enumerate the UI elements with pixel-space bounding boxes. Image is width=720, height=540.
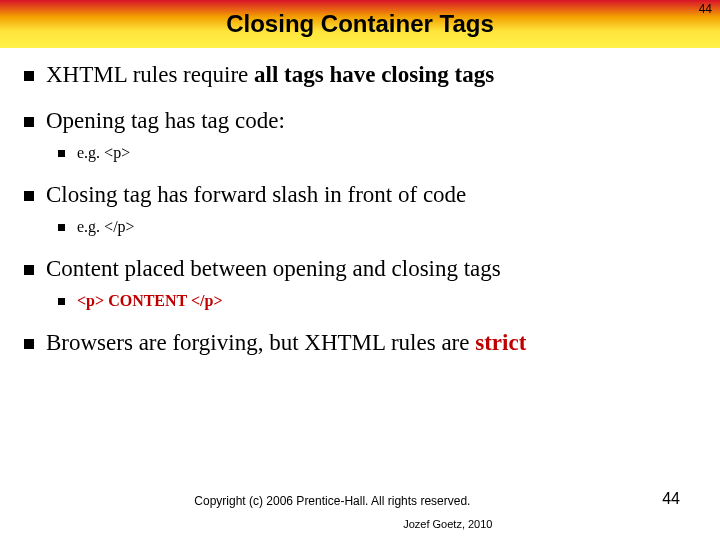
bullet-text: Browsers are forgiving, but XHTML rules … bbox=[46, 330, 526, 355]
sub-bullet-text: e.g. </p> bbox=[77, 218, 135, 235]
list-item: e.g. <p> bbox=[58, 144, 696, 162]
sub-bullet-list: e.g. <p> bbox=[58, 144, 696, 162]
square-bullet-icon bbox=[58, 298, 65, 305]
square-bullet-icon bbox=[24, 339, 34, 349]
list-item: <p> CONTENT </p> bbox=[58, 292, 696, 310]
square-bullet-icon bbox=[24, 265, 34, 275]
bullet-text: Content placed between opening and closi… bbox=[46, 256, 501, 281]
page-number-top: 44 bbox=[699, 2, 712, 16]
square-bullet-icon bbox=[24, 117, 34, 127]
page-number-bottom: 44 bbox=[662, 490, 680, 508]
list-item: Content placed between opening and closi… bbox=[24, 256, 696, 310]
emphasized-text: all tags have closing tags bbox=[254, 62, 494, 87]
list-item: Browsers are forgiving, but XHTML rules … bbox=[24, 330, 696, 356]
bullet-text: Closing tag has forward slash in front o… bbox=[46, 182, 466, 207]
sub-bullet-list: <p> CONTENT </p> bbox=[58, 292, 696, 310]
square-bullet-icon bbox=[58, 150, 65, 157]
square-bullet-icon bbox=[58, 224, 65, 231]
author-text: Jozef Goetz, 2010 bbox=[403, 518, 492, 530]
copyright-text: Copyright (c) 2006 Prentice-Hall. All ri… bbox=[194, 494, 470, 508]
sub-bullet-text-highlight: <p> CONTENT </p> bbox=[77, 292, 223, 309]
bullet-text: XHTML rules require all tags have closin… bbox=[46, 62, 494, 87]
list-item: Closing tag has forward slash in front o… bbox=[24, 182, 696, 236]
sub-bullet-list: e.g. </p> bbox=[58, 218, 696, 236]
sub-bullet-text: e.g. <p> bbox=[77, 144, 130, 161]
list-item: XHTML rules require all tags have closin… bbox=[24, 62, 696, 88]
list-item: e.g. </p> bbox=[58, 218, 696, 236]
bullet-list: XHTML rules require all tags have closin… bbox=[24, 62, 696, 356]
list-item: Opening tag has tag code: e.g. <p> bbox=[24, 108, 696, 162]
slide-content: XHTML rules require all tags have closin… bbox=[0, 48, 720, 356]
square-bullet-icon bbox=[24, 191, 34, 201]
bullet-text: Opening tag has tag code: bbox=[46, 108, 285, 133]
square-bullet-icon bbox=[24, 71, 34, 81]
slide-title: Closing Container Tags bbox=[226, 10, 494, 38]
slide-header: Closing Container Tags bbox=[0, 0, 720, 48]
emphasized-text: strict bbox=[475, 330, 526, 355]
